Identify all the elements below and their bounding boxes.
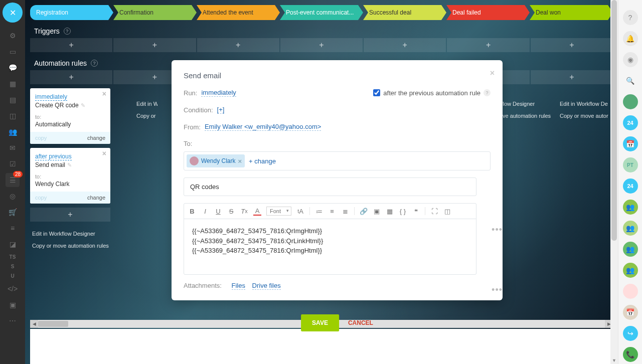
to-field[interactable]: Wendy Clark × + change xyxy=(184,151,491,170)
rail-text-ts[interactable]: TS xyxy=(10,254,16,260)
pipeline-stage[interactable]: Deal failed xyxy=(446,5,530,20)
app-badge-icon[interactable]: 24 xyxy=(623,178,638,194)
underline-icon[interactable]: U xyxy=(214,208,222,215)
rail-icon-calendar[interactable]: ▦ xyxy=(6,77,20,91)
recipient-chip[interactable]: Wendy Clark × xyxy=(187,154,245,167)
phone-icon[interactable]: 📞 xyxy=(623,347,638,362)
link-icon[interactable]: 🔗 xyxy=(360,208,368,215)
pipeline-stage[interactable]: Registration xyxy=(30,5,113,20)
unordered-list-icon[interactable]: ≡ xyxy=(328,208,336,215)
change-recipient-link[interactable]: + change xyxy=(249,157,276,165)
italic-icon[interactable]: I xyxy=(201,208,209,215)
scroll-down-arrow[interactable]: ▼ xyxy=(610,357,618,364)
rail-icon-drive[interactable]: ◫ xyxy=(6,109,20,123)
save-button[interactable]: SAVE xyxy=(301,314,339,331)
card-run-link[interactable]: immediately xyxy=(35,93,67,101)
rail-icon-chat[interactable]: 💬 xyxy=(6,61,20,75)
after-prev-checkbox[interactable] xyxy=(373,89,380,96)
card-close-icon[interactable]: × xyxy=(102,90,106,97)
rail-icon-box[interactable]: ◪ xyxy=(6,237,20,251)
calendar-icon[interactable]: 📅 xyxy=(623,136,638,151)
add-trigger[interactable]: + xyxy=(280,38,363,52)
add-trigger[interactable]: + xyxy=(197,38,279,52)
text-color-icon[interactable]: A xyxy=(253,207,261,216)
rail-icon-gear[interactable]: ⚙ xyxy=(6,29,20,43)
condition-add-link[interactable]: [+] xyxy=(217,106,225,114)
scroll-thumb[interactable] xyxy=(611,0,617,241)
align-icon[interactable]: ≣ xyxy=(341,208,349,215)
fullscreen-icon[interactable]: ⛶ xyxy=(430,208,438,215)
logout-icon[interactable]: ↪ xyxy=(623,326,638,341)
scroll-thumb[interactable] xyxy=(38,321,68,327)
editor-more-icon[interactable]: ••• xyxy=(492,285,503,295)
app-badge-icon[interactable]: 24 xyxy=(623,115,638,130)
rail-icon-filter[interactable]: ☰28 xyxy=(6,173,20,187)
close-button[interactable]: ✕ xyxy=(3,3,23,23)
card-copy[interactable]: copy xyxy=(35,195,47,201)
avatar[interactable] xyxy=(623,94,638,109)
pipeline-stage[interactable]: Deal won xyxy=(530,5,613,20)
rail-icon-more[interactable]: ⋯ xyxy=(6,314,20,328)
help-icon[interactable]: ? xyxy=(623,10,638,25)
help-icon[interactable]: ? xyxy=(64,28,71,35)
table-icon[interactable]: ▦ xyxy=(386,208,394,215)
card-change[interactable]: change xyxy=(87,135,105,141)
add-trigger[interactable]: + xyxy=(364,38,446,52)
rail-icon-card[interactable]: ▭ xyxy=(6,45,20,59)
ordered-list-icon[interactable]: ≔ xyxy=(315,208,323,215)
bell-icon[interactable]: 🔔 xyxy=(623,31,638,46)
add-rule[interactable]: + xyxy=(30,70,112,84)
rail-icon-android[interactable]: ▣ xyxy=(6,298,20,312)
vertical-scrollbar[interactable]: ▼ xyxy=(610,0,618,364)
image-icon[interactable]: ▣ xyxy=(373,208,381,215)
pt-badge[interactable]: PT xyxy=(623,157,638,172)
rail-icon-cart[interactable]: 🛒 xyxy=(6,205,20,219)
subject-input[interactable] xyxy=(184,177,476,196)
add-trigger[interactable]: + xyxy=(531,38,613,52)
modal-close-icon[interactable]: × xyxy=(490,69,495,77)
rail-icon-doc[interactable]: ▤ xyxy=(6,93,20,107)
add-trigger[interactable]: + xyxy=(447,38,529,52)
pipeline-stage[interactable]: Confirmation xyxy=(113,5,197,20)
help-icon[interactable]: ? xyxy=(484,89,491,96)
scroll-left-arrow[interactable]: ◀ xyxy=(30,320,38,328)
pipeline-stage[interactable]: Attended the event xyxy=(197,5,280,20)
strike-icon[interactable]: S xyxy=(227,208,235,215)
run-value-link[interactable]: immediately xyxy=(201,89,236,97)
cancel-button[interactable]: CANCEL xyxy=(348,319,373,326)
bold-icon[interactable]: B xyxy=(188,208,196,215)
people-icon[interactable]: 👥 xyxy=(623,200,638,215)
pencil-icon[interactable]: ✎ xyxy=(67,162,72,168)
comment-icon[interactable]: ◉ xyxy=(623,52,638,67)
quote-icon[interactable]: ❝ xyxy=(412,208,420,215)
chip-remove-icon[interactable]: × xyxy=(238,157,242,165)
font-size-icon[interactable]: tA xyxy=(296,208,304,215)
editor-body[interactable]: {{~A53369_64872_53475_7816:QrImgHtml}} {… xyxy=(184,219,476,274)
card-run-link[interactable]: after previous xyxy=(35,153,72,160)
pipeline-stage[interactable]: Successful deal xyxy=(363,5,446,20)
card-change[interactable]: change xyxy=(87,195,105,201)
rail-icon-target[interactable]: ◎ xyxy=(6,189,20,203)
clear-format-icon[interactable]: Tx xyxy=(240,208,248,215)
rail-icon-code[interactable]: </> xyxy=(6,282,20,296)
pencil-icon[interactable]: ✎ xyxy=(81,102,85,109)
rail-icon-check[interactable]: ☑ xyxy=(6,157,20,171)
people-icon[interactable]: 👥 xyxy=(623,221,638,236)
calendar-small-icon[interactable]: 📅 xyxy=(623,305,638,320)
people-icon[interactable]: 👥 xyxy=(623,263,638,278)
rail-text-s[interactable]: S xyxy=(11,264,15,269)
rail-icon-list[interactable]: ≡ xyxy=(6,221,20,235)
rail-icon-mail[interactable]: ✉ xyxy=(6,141,20,155)
add-trigger[interactable]: + xyxy=(113,38,196,52)
subject-more-icon[interactable]: ••• xyxy=(492,225,503,235)
rail-text-u[interactable]: U xyxy=(11,273,14,279)
avatar[interactable] xyxy=(623,284,638,299)
attach-files-link[interactable]: Files xyxy=(232,282,245,290)
search-icon[interactable]: 🔍 xyxy=(623,73,638,88)
rule-card[interactable]: × after previous Send email✎ to: Wendy C… xyxy=(30,148,110,204)
card-copy[interactable]: copy xyxy=(35,135,47,141)
attach-drive-link[interactable]: Drive files xyxy=(252,282,281,290)
font-select[interactable]: Font xyxy=(266,207,291,216)
card-close-icon[interactable]: × xyxy=(102,150,106,157)
add-rule-card[interactable]: + xyxy=(30,208,110,222)
